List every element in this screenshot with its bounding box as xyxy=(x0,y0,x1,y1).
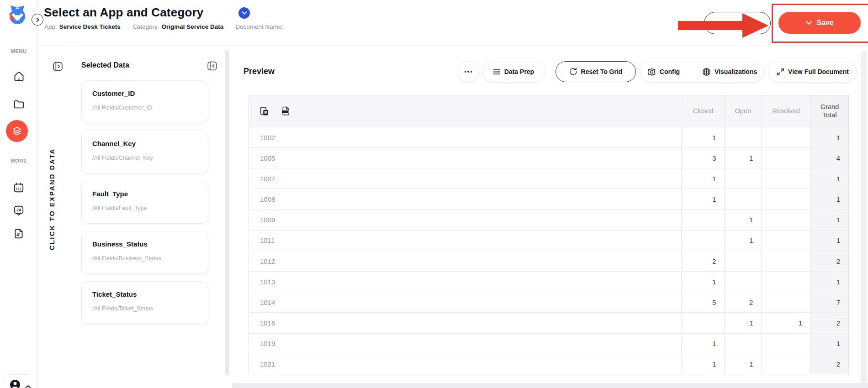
grand-total-cell: 1 xyxy=(810,210,848,230)
visualizations-button[interactable]: Visualizations xyxy=(702,68,757,76)
field-card-path: /All Fields/Channel_Key xyxy=(92,155,153,161)
open-cell xyxy=(724,189,761,209)
column-header-grand-total[interactable]: Grand Total xyxy=(810,95,848,127)
panel-expand-icon[interactable] xyxy=(52,61,64,74)
reset-to-grid-button[interactable]: Reset To Grid xyxy=(556,61,636,82)
open-cell xyxy=(724,272,761,292)
more-options-button[interactable] xyxy=(458,61,479,82)
table-row: 1021112 xyxy=(249,354,848,374)
column-header-resolved[interactable]: Resolved xyxy=(761,95,810,127)
resolved-cell xyxy=(761,251,810,271)
expand-data-rail[interactable]: CLICK TO EXPAND DATA xyxy=(37,46,72,388)
row-label-cell: 1002 xyxy=(249,127,681,147)
export-xlsx-icon[interactable]: XLSX xyxy=(281,106,291,116)
brand-logo-icon[interactable] xyxy=(5,3,29,27)
grand-total-cell: 1 xyxy=(810,272,848,292)
open-cell xyxy=(724,251,761,271)
svg-text:XLSX: XLSX xyxy=(282,111,288,113)
table-row: 1016112 xyxy=(249,313,848,333)
panel-scrollbar[interactable] xyxy=(225,51,229,375)
save-button-label: Save xyxy=(816,19,833,27)
selected-data-title: Selected Data xyxy=(81,61,129,69)
data-prep-button[interactable]: Data Prep xyxy=(482,61,545,82)
pivot-table: XLSX Closed Open Resolved Grand Total 10… xyxy=(249,95,849,374)
panel-collapse-icon[interactable] xyxy=(206,60,218,73)
copy-table-icon[interactable] xyxy=(259,106,270,116)
field-card[interactable]: Business_Status/All Fields/Business_Stat… xyxy=(81,231,208,274)
closed-cell: 1 xyxy=(681,168,724,189)
chevron-up-icon[interactable] xyxy=(25,383,31,388)
field-card-path: /All Fields/Fault_Type xyxy=(92,205,147,211)
grand-total-cell: 7 xyxy=(810,292,848,312)
closed-cell: 1 xyxy=(681,272,724,292)
field-card-path: /All Fields/Ticket_Status xyxy=(92,305,153,312)
folder-icon[interactable] xyxy=(11,96,26,112)
preview-title: Preview xyxy=(243,67,275,76)
selected-data-list: Customer_ID/All Fields/Customer_IDChanne… xyxy=(81,80,208,331)
resolved-cell xyxy=(761,210,810,230)
closed-cell: 1 xyxy=(681,354,724,374)
table-body: 1002111005314100711100811100911101111101… xyxy=(249,127,848,374)
table-row: 101911 xyxy=(249,334,848,354)
menu-section-label: MENU xyxy=(0,48,37,54)
column-header-closed[interactable]: Closed xyxy=(682,95,725,127)
grand-total-cell: 2 xyxy=(810,251,848,271)
grand-total-cell: 2 xyxy=(810,313,848,333)
view-full-document-button[interactable]: View Full Document xyxy=(768,61,857,82)
pill-divider xyxy=(691,66,691,78)
table-row: 100811 xyxy=(249,189,848,210)
field-card-title: Channel_Key xyxy=(92,140,136,147)
home-icon[interactable] xyxy=(11,68,26,84)
sidebar-divider xyxy=(8,150,29,150)
open-cell: 1 xyxy=(724,313,761,333)
save-button[interactable]: Save xyxy=(778,12,861,34)
field-card[interactable]: Ticket_Status/All Fields/Ticket_Status xyxy=(81,281,208,324)
grand-total-cell: 1 xyxy=(810,334,848,354)
click-to-expand-label[interactable]: CLICK TO EXPAND DATA xyxy=(48,95,56,250)
row-label-cell: 1009 xyxy=(249,210,681,230)
vertical-scrollbar[interactable] xyxy=(861,51,867,383)
table-header-row: XLSX Closed Open Resolved Grand Total xyxy=(249,95,848,127)
open-cell xyxy=(724,127,761,147)
app-value: Service Desk Tickets xyxy=(59,23,121,30)
visualizations-label: Visualizations xyxy=(715,68,757,75)
more-section-label: MORE xyxy=(0,158,37,163)
row-label-cell: 1021 xyxy=(249,354,681,374)
open-cell xyxy=(724,168,761,189)
row-label-cell: 1007 xyxy=(249,168,681,189)
horizontal-scrollbar[interactable] xyxy=(232,383,868,388)
view-full-document-label: View Full Document xyxy=(788,68,849,75)
data-layers-icon-active[interactable] xyxy=(6,120,28,142)
field-card[interactable]: Fault_Type/All Fields/Fault_Type xyxy=(81,181,208,224)
field-card-title: Customer_ID xyxy=(92,89,135,97)
field-card-title: Business_Status xyxy=(92,240,148,248)
closed-cell: 1 xyxy=(681,127,724,147)
resolved-cell xyxy=(761,292,810,312)
resolved-cell xyxy=(761,334,810,354)
title-chevron-down-icon[interactable] xyxy=(238,7,250,19)
document-icon[interactable] xyxy=(11,226,26,241)
resolved-cell xyxy=(761,354,810,374)
closed-cell xyxy=(681,313,724,333)
field-card[interactable]: Customer_ID/All Fields/Customer_ID xyxy=(81,80,208,123)
table-row: 1014527 xyxy=(249,292,848,313)
column-header-open[interactable]: Open xyxy=(724,95,761,127)
actions-button-label: Actions xyxy=(730,19,756,27)
user-avatar[interactable] xyxy=(10,379,21,388)
actions-button[interactable]: Actions xyxy=(704,12,771,34)
config-button[interactable]: Config xyxy=(647,68,680,76)
table-row: 101111 xyxy=(249,231,848,251)
field-card[interactable]: Channel_Key/All Fields/Channel_Key xyxy=(81,131,208,173)
row-label-cell: 1019 xyxy=(249,334,681,354)
sidebar-expand-button[interactable] xyxy=(32,14,43,26)
category-value: Original Service Data xyxy=(161,23,223,30)
open-cell: 2 xyxy=(724,292,761,312)
field-card-title: Ticket_Status xyxy=(92,290,137,298)
open-cell: 1 xyxy=(724,210,761,230)
row-label-cell: 1014 xyxy=(249,292,681,312)
row-label-cell: 1008 xyxy=(249,189,681,209)
resolved-cell xyxy=(761,127,810,147)
field-card-path: /All Fields/Business_Status xyxy=(92,255,161,262)
calendar-icon[interactable] xyxy=(11,180,26,195)
support-24-icon[interactable]: 24 xyxy=(11,203,26,218)
